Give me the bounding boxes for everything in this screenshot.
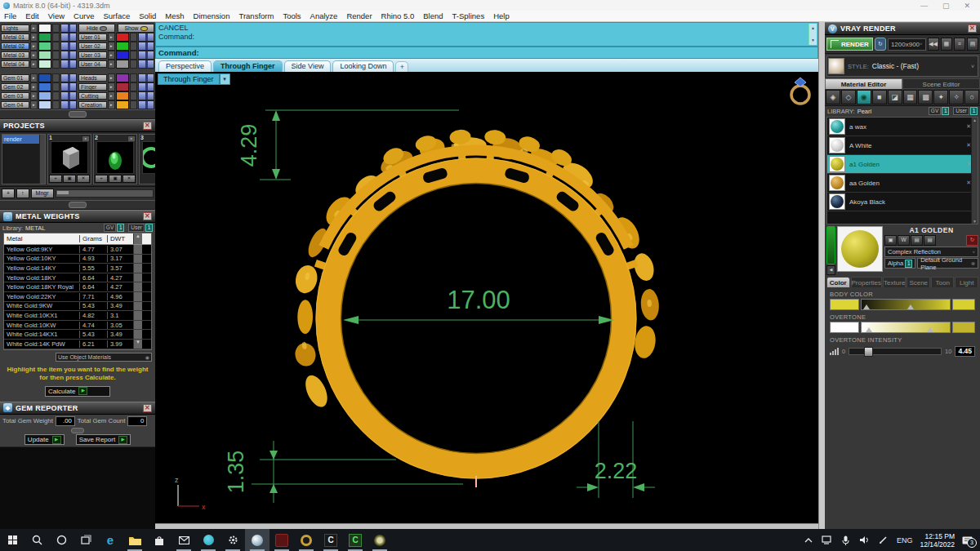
resolution-dropdown[interactable]: 1200x900˅ [888,38,926,51]
scroll-down-icon[interactable]: ▼ [133,340,142,349]
layer-slider[interactable] [60,51,77,60]
chevron-down-icon[interactable]: ▾ [220,73,230,85]
slider-thumb[interactable] [907,304,914,309]
scroll-up-icon[interactable]: ▲ [133,233,142,244]
menu-file[interactable]: File [4,11,16,20]
layer-slider[interactable] [60,100,77,109]
refresh-render-button[interactable]: ↻ [875,38,886,51]
menu-rhino[interactable]: Rhino 5.0 [381,11,415,20]
texture-material-icon[interactable]: ▩ [918,90,933,104]
matte-material-icon[interactable]: ◪ [888,90,902,104]
layer-label[interactable]: Metal 03 [1,51,29,59]
layer-color-swatch[interactable] [38,82,51,91]
layer-slider[interactable] [138,82,154,91]
gem-material-icon[interactable]: ◇ [841,90,856,104]
show-button[interactable]: Show [118,24,154,33]
lock-icon[interactable] [52,73,60,82]
gv-toggle[interactable]: GV1 [104,224,124,232]
play-icon[interactable]: ▸ [30,100,38,109]
tab-toon[interactable]: Toon [931,277,955,287]
layer-label[interactable]: Gem 02 [1,83,29,91]
table-row[interactable]: White Gold:14K PdW6.213.99▼ [4,340,151,349]
lock-icon[interactable] [52,33,60,42]
layer-color-swatch[interactable] [116,51,129,60]
layer-slider[interactable] [138,100,154,109]
layer-slider[interactable] [138,73,154,82]
layer-label[interactable]: User 03 [78,51,107,59]
preview-quality-bar[interactable] [826,226,835,264]
maximize-button[interactable]: ▢ [942,2,950,10]
tab-texture[interactable]: Texture [883,277,906,287]
media-app-button[interactable] [368,529,392,551]
layer-slider[interactable] [60,91,77,100]
layer-slider[interactable] [60,33,77,42]
layer-color-swatch[interactable] [116,73,129,82]
table-row[interactable]: White Gold:9KW5.433.49 [4,302,151,312]
use-object-materials-dropdown[interactable]: Use Object Materials◉ [56,353,152,362]
search-button[interactable] [24,529,49,551]
layer-slider[interactable] [138,60,154,69]
play-icon[interactable]: ▸ [30,42,38,51]
layer-color-swatch[interactable] [38,42,51,51]
tab-light[interactable]: Light [955,277,978,287]
wizard-icon[interactable]: W [898,235,910,246]
load-material-icon[interactable]: ▤ [911,235,923,246]
project-slot-2[interactable]: 2 ▸ +▣✕ [93,134,137,184]
menu-surface[interactable]: Surface [103,11,130,20]
menu-analyze[interactable]: Analyze [310,11,338,20]
tab-through-finger[interactable]: Through Finger [213,60,283,72]
close-icon[interactable]: ✕ [143,122,152,130]
slot-add-button[interactable]: + [95,175,108,183]
network-icon[interactable] [822,535,833,546]
alpha-toggle[interactable]: Alpha1 [884,258,915,269]
hide-button[interactable]: Hide [78,24,115,33]
close-icon[interactable]: ✕ [143,212,152,220]
tab-material-editor[interactable]: Material Editor [825,78,902,89]
play-icon[interactable]: ▸ [30,33,38,42]
panel-divider[interactable] [0,428,155,433]
panel-divider[interactable] [0,200,155,210]
calculate-button[interactable]: Calculate▶ [45,386,110,397]
layer-slider[interactable] [60,82,77,91]
color-swatch[interactable] [952,299,975,310]
file-explorer-button[interactable] [122,529,147,551]
project-up-button[interactable]: ↑ [16,189,29,198]
col-metal[interactable]: Metal [4,235,79,242]
slot-delete-button[interactable]: ✕ [122,175,136,183]
lock-icon[interactable] [52,60,60,69]
table-row[interactable]: Yellow Gold:22KY7.714.96 [4,292,151,302]
tab-scene-editor[interactable]: Scene Editor [902,78,980,89]
layer-label[interactable]: Gem 04 [1,101,29,109]
color-swatch[interactable] [830,322,859,333]
play-icon[interactable]: ▸ [30,24,38,33]
lock-icon[interactable] [130,82,137,91]
rhino-app-button[interactable] [270,529,294,551]
play-icon[interactable]: ▸ [108,60,115,69]
material-item-selected[interactable]: a1 Golden✕ [827,155,978,174]
menu-curve[interactable]: Curve [74,11,94,20]
pen-icon[interactable] [878,535,889,546]
matrix-app-button[interactable] [245,529,270,551]
layer-slider[interactable] [138,91,154,100]
lock-icon[interactable] [130,42,137,51]
panel-divider[interactable] [0,109,155,119]
render-preview-icon[interactable]: ▣ [884,235,897,246]
c-green-app-button[interactable]: C [343,529,368,551]
lock-icon[interactable] [130,73,137,82]
liquid-material-icon[interactable]: ◈ [826,90,840,104]
tab-looking-down[interactable]: Looking Down [332,60,394,72]
layer-slider[interactable] [138,51,154,60]
reset-material-icon[interactable]: ↻ [966,235,978,246]
layer-label-selected[interactable]: Metal 02 [1,42,29,50]
project-slot-3[interactable]: 3 [139,134,155,184]
play-icon[interactable]: ▸ [30,60,38,69]
material-item[interactable]: Akoya Black [827,193,978,211]
slider-thumb[interactable] [866,327,872,332]
play-icon[interactable]: ▸ [30,51,38,60]
save-report-button[interactable]: Save Report▶ [76,434,131,445]
table-row[interactable]: Yellow Gold:10KY4.933.17 [4,255,151,264]
material-item[interactable]: A White✕ [827,136,978,155]
layer-label[interactable]: Heads [78,74,107,82]
lock-icon[interactable] [130,51,137,60]
command-history-scrollbar[interactable]: ▲▼ [808,24,817,45]
